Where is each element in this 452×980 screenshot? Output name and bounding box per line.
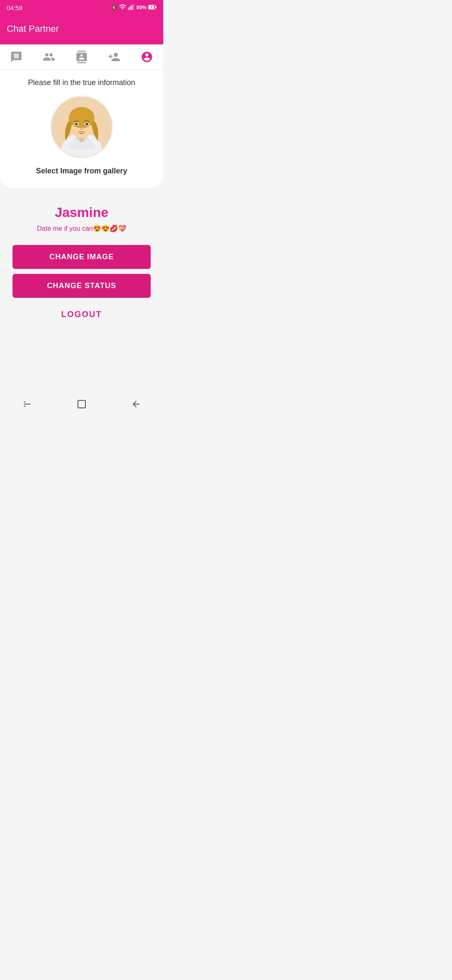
svg-rect-18 [78,400,85,408]
wifi-icon [119,4,126,11]
svg-rect-0 [128,7,129,10]
recents-nav-button[interactable] [123,396,149,413]
svg-point-14 [75,123,77,125]
change-status-button[interactable]: CHANGE STATUS [13,274,151,298]
status-bar: 04:59 🔇 80% [0,0,163,15]
bottom-nav-bar [0,389,163,419]
tab-profile[interactable] [137,49,157,65]
svg-point-17 [86,123,88,125]
home-nav-button[interactable] [69,396,94,413]
change-image-button[interactable]: CHANGE IMAGE [13,245,151,269]
bottom-section: Jasmine Date me if you can😍😍💋💝 CHANGE IM… [0,188,163,356]
mute-icon: 🔇 [111,5,117,10]
svg-rect-2 [131,5,132,10]
tab-contacts[interactable] [72,49,92,65]
top-section: Please fill in the true information [0,70,163,188]
info-text: Please fill in the true information [7,78,157,87]
svg-rect-3 [133,4,134,10]
battery-level: 80% [136,5,146,10]
svg-rect-6 [156,6,157,8]
profile-image-container[interactable] [7,95,157,158]
app-title: Chat Partner [7,23,59,34]
svg-rect-1 [130,6,131,10]
profile-avatar[interactable] [50,95,113,158]
navigation-tabs [0,44,163,70]
battery-icon [148,4,157,11]
select-image-text[interactable]: Select Image from gallery [7,167,157,188]
signal-icon [128,4,135,11]
status-icons: 🔇 80% [111,4,157,11]
status-time: 04:59 [7,4,23,11]
profile-status: Date me if you can😍😍💋💝 [13,224,151,232]
tab-group[interactable] [39,49,59,65]
back-nav-button[interactable] [15,396,40,413]
app-bar: Chat Partner [0,15,163,44]
username: Jasmine [13,205,151,220]
tab-add-friend[interactable] [104,49,124,65]
logout-button[interactable]: LOGOUT [13,303,151,326]
tab-chat[interactable] [6,49,26,65]
